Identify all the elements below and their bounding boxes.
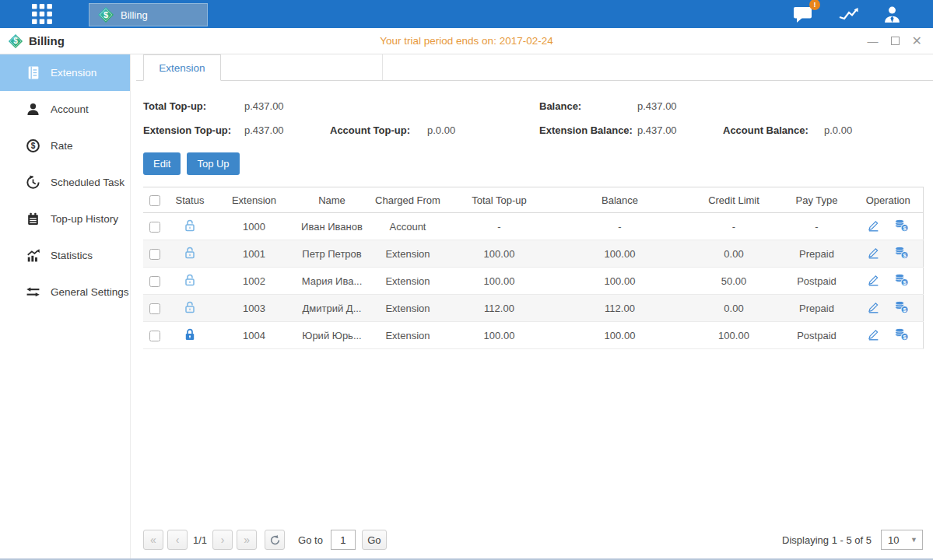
row-checkbox-cell bbox=[143, 240, 167, 268]
prev-page-button[interactable]: ‹ bbox=[167, 530, 188, 550]
user-icon[interactable] bbox=[882, 5, 902, 24]
edit-pencil-icon[interactable] bbox=[867, 219, 880, 235]
account-topup-label: Account Top-up: bbox=[330, 124, 427, 136]
table-header-row: StatusExtensionNameCharged FromTotal Top… bbox=[143, 187, 923, 213]
taskbar-tab-label: Billing bbox=[121, 9, 148, 21]
top-up-button[interactable]: Top Up bbox=[187, 152, 239, 175]
pay-type-cell: Prepaid bbox=[780, 295, 854, 322]
table-row[interactable]: 1000 Иван Иванов Account - - - - bbox=[143, 213, 923, 240]
row-checkbox[interactable] bbox=[149, 303, 160, 314]
pay-type-cell: Postpaid bbox=[780, 322, 854, 349]
balance-cell: 100.00 bbox=[552, 268, 688, 295]
operation-cell: $ bbox=[854, 213, 923, 240]
content-spacer bbox=[143, 349, 923, 521]
select-all-checkbox[interactable] bbox=[149, 195, 160, 206]
table-row[interactable]: 1004 Юрий Юрь... Extension 100.00 100.00… bbox=[143, 322, 923, 349]
maximize-button[interactable] bbox=[891, 37, 900, 45]
first-page-button[interactable]: « bbox=[143, 530, 163, 550]
column-header[interactable]: Total Top-up bbox=[447, 187, 552, 213]
sidebar-item-account[interactable]: Account bbox=[0, 91, 130, 128]
page-size-select[interactable]: 10 ▼ bbox=[881, 530, 923, 550]
topup-coins-icon[interactable]: $ bbox=[894, 300, 909, 317]
row-checkbox[interactable] bbox=[149, 249, 160, 260]
sidebar-item-extension[interactable]: Extension bbox=[0, 54, 130, 91]
unlocked-icon bbox=[184, 273, 196, 287]
history-clock-icon bbox=[26, 175, 40, 190]
taskbar-tab-billing[interactable]: $ Billing bbox=[89, 3, 208, 26]
column-header[interactable]: Operation bbox=[854, 187, 923, 213]
name-cell: Иван Иванов bbox=[295, 213, 369, 240]
edit-pencil-icon[interactable] bbox=[867, 246, 880, 262]
monitor-chart-icon[interactable] bbox=[837, 5, 859, 23]
column-header[interactable]: Status bbox=[167, 187, 213, 213]
column-header[interactable]: Pay Type bbox=[780, 187, 854, 213]
unlocked-icon bbox=[184, 219, 196, 233]
extension-balance-label: Extension Balance: bbox=[539, 124, 637, 136]
status-lock-icon[interactable] bbox=[184, 219, 196, 235]
table-row[interactable]: 1003 Дмитрий Д... Extension 112.00 112.0… bbox=[143, 295, 923, 322]
status-lock-icon[interactable] bbox=[184, 327, 196, 344]
goto-page-input[interactable] bbox=[331, 530, 356, 550]
charged-from-cell: Extension bbox=[369, 322, 447, 349]
toolbar: Edit Top Up bbox=[143, 152, 923, 175]
messages-icon[interactable]: ! bbox=[793, 5, 814, 23]
table-row[interactable]: 1001 Петр Петров Extension 100.00 100.00… bbox=[143, 240, 923, 268]
topup-coins-icon[interactable]: $ bbox=[894, 273, 909, 289]
sidebar-item-label: Statistics bbox=[51, 250, 93, 261]
status-lock-icon[interactable] bbox=[184, 300, 196, 317]
credit-limit-cell: 0.00 bbox=[688, 295, 780, 322]
sidebar-item-general-settings[interactable]: General Settings bbox=[0, 274, 130, 310]
column-header[interactable]: Credit Limit bbox=[688, 187, 780, 213]
credit-limit-cell: 100.00 bbox=[688, 322, 780, 349]
sidebar-item-statistics[interactable]: Statistics bbox=[0, 237, 130, 274]
close-button[interactable]: ✕ bbox=[912, 35, 922, 47]
charged-from-cell: Extension bbox=[369, 240, 447, 268]
extension-cell: 1001 bbox=[213, 240, 295, 268]
unlocked-icon bbox=[184, 246, 196, 260]
total-topup-cell: 100.00 bbox=[447, 322, 552, 349]
extension-cell: 1004 bbox=[213, 322, 295, 349]
operation-cell: $ bbox=[854, 268, 923, 295]
edit-button[interactable]: Edit bbox=[143, 152, 181, 175]
column-header[interactable]: Balance bbox=[552, 187, 688, 213]
row-checkbox[interactable] bbox=[149, 276, 160, 287]
journal-icon bbox=[26, 65, 40, 80]
tabstrip: Extension bbox=[136, 54, 933, 81]
edit-pencil-icon[interactable] bbox=[867, 300, 880, 317]
topup-coins-icon[interactable]: $ bbox=[894, 246, 909, 262]
next-page-button[interactable]: › bbox=[212, 530, 233, 550]
topup-coins-icon[interactable]: $ bbox=[894, 327, 909, 344]
sidebar-item-topup-history[interactable]: Top-up History bbox=[0, 201, 130, 237]
sidebar-item-rate[interactable]: $ Rate bbox=[0, 128, 130, 164]
topup-coins-icon[interactable]: $ bbox=[894, 219, 909, 235]
balance-cell: 100.00 bbox=[552, 322, 688, 349]
credit-limit-cell: 0.00 bbox=[688, 240, 780, 268]
column-header[interactable]: Extension bbox=[213, 187, 295, 213]
row-checkbox[interactable] bbox=[149, 331, 160, 341]
edit-pencil-icon[interactable] bbox=[867, 273, 880, 289]
person-glyph bbox=[882, 5, 902, 24]
extension-topup-label: Extension Top-up: bbox=[143, 124, 244, 136]
summary-panel: Total Top-up: p.437.00 Balance: p.437.00… bbox=[143, 81, 923, 147]
window-title: $ Billing bbox=[8, 33, 65, 49]
notification-badge: ! bbox=[809, 0, 820, 10]
account-topup-value: p.0.00 bbox=[427, 124, 539, 136]
person-icon bbox=[26, 102, 40, 117]
sidebar-item-scheduled-task[interactable]: Scheduled Task bbox=[0, 164, 130, 201]
billing-diamond-icon: $ bbox=[8, 33, 23, 49]
pay-type-cell: - bbox=[780, 213, 854, 240]
apps-grid-icon[interactable] bbox=[30, 2, 54, 26]
status-lock-icon[interactable] bbox=[184, 246, 196, 262]
edit-pencil-icon[interactable] bbox=[867, 327, 880, 344]
refresh-button[interactable] bbox=[265, 530, 285, 550]
table-row[interactable]: 1002 Мария Ива... Extension 100.00 100.0… bbox=[143, 268, 923, 295]
column-header[interactable]: Charged From bbox=[369, 187, 447, 213]
last-page-button[interactable]: » bbox=[237, 530, 257, 550]
column-header[interactable]: Name bbox=[295, 187, 369, 213]
status-lock-icon[interactable] bbox=[184, 273, 196, 289]
row-checkbox[interactable] bbox=[149, 222, 160, 233]
tab-extension[interactable]: Extension bbox=[143, 54, 221, 81]
go-button[interactable]: Go bbox=[362, 530, 387, 550]
balance-value: p.437.00 bbox=[637, 100, 677, 112]
minimize-button[interactable]: — bbox=[868, 36, 879, 47]
